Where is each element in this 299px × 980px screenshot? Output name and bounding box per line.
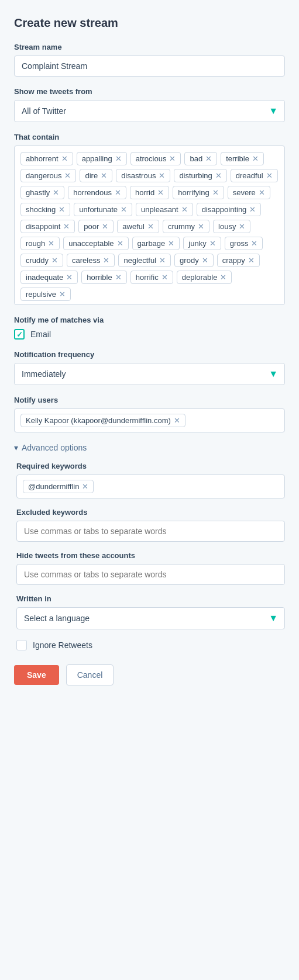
tag-text: severe xyxy=(233,188,256,197)
tag-remove-icon[interactable]: ✕ xyxy=(169,155,176,162)
cancel-button[interactable]: Cancel xyxy=(66,664,114,685)
tag-remove-icon[interactable]: ✕ xyxy=(59,206,65,213)
user-tag-remove-icon[interactable]: ✕ xyxy=(174,417,180,424)
tag-remove-icon[interactable]: ✕ xyxy=(259,189,265,196)
list-item: dangerous✕ xyxy=(20,169,76,182)
tag-text: disturbing xyxy=(179,171,212,180)
list-item: disappointing✕ xyxy=(197,203,262,216)
hide-accounts-input[interactable] xyxy=(16,564,285,585)
list-item: crummy✕ xyxy=(163,220,209,233)
tag-remove-icon[interactable]: ✕ xyxy=(202,257,208,264)
list-item: horrid✕ xyxy=(130,186,169,199)
ignore-retweets-row: Ignore Retweets xyxy=(16,640,285,650)
tag-text: horrid xyxy=(135,188,154,197)
tag-remove-icon[interactable]: ✕ xyxy=(251,240,257,247)
advanced-toggle[interactable]: ▾ Advanced options xyxy=(14,443,285,452)
email-checkbox[interactable]: ✓ xyxy=(14,329,25,340)
hide-accounts-label: Hide tweets from these accounts xyxy=(16,551,285,560)
tag-remove-icon[interactable]: ✕ xyxy=(121,206,127,213)
tag-remove-icon[interactable]: ✕ xyxy=(115,189,121,196)
tag-remove-icon[interactable]: ✕ xyxy=(51,257,58,264)
written-in-wrapper: Select a language English Spanish French… xyxy=(16,607,285,629)
tag-text: garbage xyxy=(138,239,166,248)
excluded-keywords-field: Excluded keywords xyxy=(16,508,285,542)
tag-remove-icon[interactable]: ✕ xyxy=(159,172,165,179)
list-item: appalling✕ xyxy=(77,152,127,165)
tag-text: neglectful xyxy=(123,256,156,265)
tag-remove-icon[interactable]: ✕ xyxy=(215,172,222,179)
tag-text: repulsive xyxy=(26,290,56,299)
tag-remove-icon[interactable]: ✕ xyxy=(220,273,226,281)
tag-text: poor xyxy=(84,222,99,231)
tag-remove-icon[interactable]: ✕ xyxy=(249,206,256,213)
tag-text: aweful xyxy=(122,222,145,231)
required-keywords-field: Required keywords @dundermifflin✕ xyxy=(16,462,285,498)
list-item: @dundermifflin✕ xyxy=(23,480,94,493)
list-item: disastrous✕ xyxy=(116,169,170,182)
tag-remove-icon[interactable]: ✕ xyxy=(198,223,204,230)
tag-remove-icon[interactable]: ✕ xyxy=(64,172,71,179)
tag-remove-icon[interactable]: ✕ xyxy=(159,257,166,264)
tag-remove-icon[interactable]: ✕ xyxy=(205,155,212,162)
list-item: grody✕ xyxy=(174,254,214,267)
tag-remove-icon[interactable]: ✕ xyxy=(48,240,54,247)
tag-remove-icon[interactable]: ✕ xyxy=(181,206,188,213)
tag-remove-icon[interactable]: ✕ xyxy=(117,240,123,247)
notification-frequency-wrapper: Immediately Daily Weekly ▼ xyxy=(14,363,285,385)
tag-remove-icon[interactable]: ✕ xyxy=(82,483,88,490)
list-item: horrific✕ xyxy=(130,271,173,284)
tag-remove-icon[interactable]: ✕ xyxy=(61,155,68,162)
tag-text: horrendous xyxy=(73,188,112,197)
email-checkbox-row: ✓ Email xyxy=(14,329,285,340)
tweets-from-label: Show me tweets from xyxy=(14,87,285,96)
tag-remove-icon[interactable]: ✕ xyxy=(212,189,219,196)
tag-text: shocking xyxy=(26,205,56,214)
notify-label: Notify me of matches via xyxy=(14,316,285,324)
tag-remove-icon[interactable]: ✕ xyxy=(115,273,122,281)
tag-remove-icon[interactable]: ✕ xyxy=(115,155,122,162)
tag-remove-icon[interactable]: ✕ xyxy=(252,155,259,162)
chevron-down-icon: ▾ xyxy=(14,443,18,452)
list-item: abhorrent✕ xyxy=(20,152,73,165)
tag-remove-icon[interactable]: ✕ xyxy=(248,257,255,264)
save-button[interactable]: Save xyxy=(14,665,59,685)
list-item: lousy✕ xyxy=(213,220,250,233)
list-item: inadequate✕ xyxy=(20,271,78,284)
tag-remove-icon[interactable]: ✕ xyxy=(161,273,168,281)
tag-remove-icon[interactable]: ✕ xyxy=(239,223,245,230)
list-item: horrendous✕ xyxy=(68,186,126,199)
stream-name-input[interactable] xyxy=(14,56,285,77)
tag-remove-icon[interactable]: ✕ xyxy=(59,290,66,298)
written-in-select[interactable]: Select a language English Spanish French… xyxy=(16,607,285,629)
tag-text: dangerous xyxy=(26,171,61,180)
excluded-keywords-input[interactable] xyxy=(16,521,285,542)
tag-text: crappy xyxy=(222,256,245,265)
tag-text: horrific xyxy=(136,273,159,282)
tag-remove-icon[interactable]: ✕ xyxy=(53,189,59,196)
tag-remove-icon[interactable]: ✕ xyxy=(209,240,216,247)
tag-remove-icon[interactable]: ✕ xyxy=(66,273,73,281)
tag-text: appalling xyxy=(82,154,112,163)
tag-remove-icon[interactable]: ✕ xyxy=(63,223,70,230)
tag-remove-icon[interactable]: ✕ xyxy=(266,172,273,179)
ignore-retweets-checkbox[interactable] xyxy=(16,640,27,650)
notify-section: Notify me of matches via ✓ Email xyxy=(14,316,285,340)
required-keywords-label: Required keywords xyxy=(16,462,285,470)
tag-remove-icon[interactable]: ✕ xyxy=(102,223,108,230)
tag-text: @dundermifflin xyxy=(28,482,79,491)
tweets-from-select[interactable]: All of Twitter My followers Specific use… xyxy=(14,100,285,122)
advanced-toggle-label: Advanced options xyxy=(22,443,87,452)
tag-text: cruddy xyxy=(26,256,49,265)
list-item: shocking✕ xyxy=(20,203,70,216)
notification-frequency-select[interactable]: Immediately Daily Weekly xyxy=(14,363,285,385)
tag-remove-icon[interactable]: ✕ xyxy=(101,172,107,179)
tag-text: unfortunate xyxy=(79,205,118,214)
tag-text: gross xyxy=(230,239,249,248)
tag-remove-icon[interactable]: ✕ xyxy=(103,257,109,264)
tag-text: grody xyxy=(180,256,199,265)
tag-remove-icon[interactable]: ✕ xyxy=(147,223,154,230)
tag-text: junky xyxy=(188,239,206,248)
email-label: Email xyxy=(30,330,51,339)
tag-remove-icon[interactable]: ✕ xyxy=(157,189,164,196)
tag-remove-icon[interactable]: ✕ xyxy=(168,240,174,247)
